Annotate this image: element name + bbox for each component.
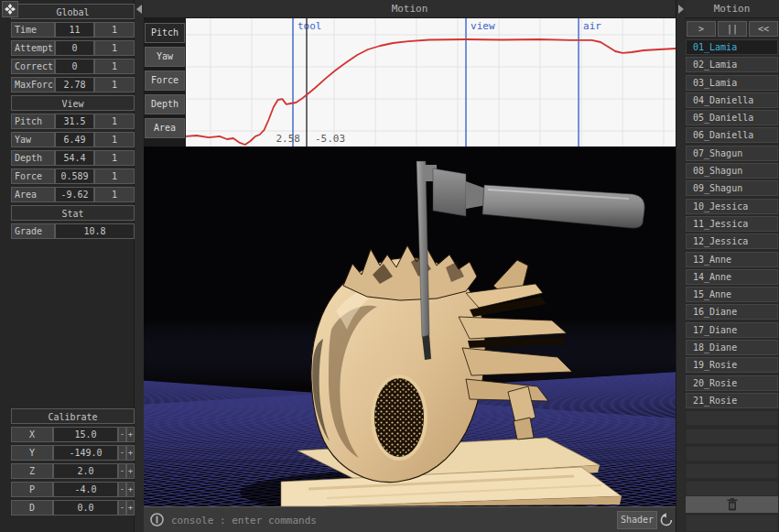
stat-label: Grade <box>11 223 55 239</box>
stat-flag: 1 <box>94 59 135 74</box>
increment-button[interactable]: + <box>126 463 135 479</box>
list-item[interactable]: 05_Daniella <box>686 110 778 125</box>
section-header-view: View <box>11 95 135 111</box>
stat-row: Area-9.621 <box>11 187 135 202</box>
decrement-button[interactable]: - <box>118 482 126 497</box>
stat-row: Grade10.8 <box>11 223 135 239</box>
list-item[interactable]: 21_Rosie <box>686 393 778 408</box>
collapse-right-icon[interactable] <box>678 5 684 14</box>
refresh-icon[interactable] <box>659 513 674 531</box>
stat-label: Pitch <box>11 114 55 129</box>
motion-clip-list: 01_Lamia 02_Lamia 03_Lamia 04_Daniella 0… <box>686 39 778 499</box>
list-item[interactable]: 14_Anne <box>686 269 778 285</box>
list-item[interactable]: 16_Diane <box>686 304 778 320</box>
stat-value: 11 <box>55 22 94 38</box>
left-panel-divider <box>135 0 144 532</box>
channel-tab-area[interactable]: Area <box>145 118 185 138</box>
list-item[interactable]: 15_Anne <box>686 287 778 302</box>
motion-chart[interactable]: toolviewair2.58-5.03 <box>186 18 676 147</box>
app-window: Global Time111 Attempt01 Correct01 MaxFo… <box>0 0 779 532</box>
stat-flag: 1 <box>94 187 135 202</box>
motion-panel-title: Motion <box>685 0 779 18</box>
increment-button[interactable]: + <box>126 482 135 497</box>
list-item[interactable]: 08_Shagun <box>686 163 778 179</box>
list-item[interactable]: 13_Anne <box>686 252 778 267</box>
power-icon[interactable] <box>149 512 165 531</box>
stat-flag: 1 <box>94 132 135 147</box>
empty-slot <box>686 481 778 496</box>
rewind-button[interactable]: << <box>749 21 778 37</box>
list-item[interactable]: 07_Shagun <box>686 146 778 161</box>
decrement-button[interactable]: - <box>118 500 126 516</box>
pause-button[interactable]: || <box>718 21 747 37</box>
calibrate-value[interactable]: -149.0 <box>53 445 118 461</box>
stat-label: Force <box>11 168 55 184</box>
list-item[interactable]: 12_Jessica <box>686 233 778 249</box>
list-item[interactable]: 10_Jessica <box>686 199 778 214</box>
collapse-left-icon[interactable] <box>136 5 142 14</box>
move-panel-button[interactable] <box>2 1 18 17</box>
list-item[interactable]: 18_Diane <box>686 340 778 355</box>
stat-row: MaxForce2.781 <box>11 77 135 92</box>
channel-tab-yaw[interactable]: Yaw <box>145 47 185 67</box>
list-item[interactable]: 11_Jessica <box>686 216 778 232</box>
calibrate-value[interactable]: -4.0 <box>53 482 118 497</box>
increment-button[interactable]: + <box>126 500 135 516</box>
increment-button[interactable]: + <box>126 445 135 461</box>
stat-row: Force0.5891 <box>11 168 135 184</box>
list-item[interactable]: 17_Diane <box>686 322 778 338</box>
calibrate-value[interactable]: 0.0 <box>53 500 118 516</box>
motion-sidebar: Motion > || << 01_Lamia 02_Lamia 03_Lami… <box>685 0 779 532</box>
list-item[interactable]: 06_Daniella <box>686 127 778 143</box>
list-item[interactable]: 04_Daniella <box>686 92 778 108</box>
svg-text:tool: tool <box>298 20 322 32</box>
list-item[interactable]: 09_Shagun <box>686 180 778 196</box>
calibrate-value[interactable]: 15.0 <box>53 427 118 442</box>
section-header-calibrate: Calibrate <box>11 408 135 424</box>
decrement-button[interactable]: - <box>118 445 126 461</box>
stat-label: MaxForce <box>11 77 55 92</box>
svg-text:-5.03: -5.03 <box>315 133 345 145</box>
increment-button[interactable]: + <box>126 427 135 442</box>
tool-coupling <box>433 168 466 216</box>
calibrate-label: Z <box>11 463 53 479</box>
grade-value: 10.8 <box>55 223 135 239</box>
empty-slot <box>686 429 778 444</box>
console-input[interactable] <box>169 511 572 529</box>
channel-tab-pitch[interactable]: Pitch <box>145 23 185 43</box>
stat-row: Depth54.41 <box>11 150 135 166</box>
list-item[interactable]: 03_Lamia <box>686 75 778 91</box>
calibrate-row: D0.0-+ <box>11 500 135 516</box>
list-item[interactable]: 01_Lamia <box>686 39 778 55</box>
chart-canvas: toolviewair2.58-5.03 <box>186 18 676 147</box>
list-item[interactable]: 02_Lamia <box>686 57 778 72</box>
channel-tab-depth[interactable]: Depth <box>145 94 185 114</box>
stat-flag: 1 <box>94 114 135 129</box>
calibrate-row: X15.0-+ <box>11 427 135 442</box>
channel-tab-force[interactable]: Force <box>145 71 185 91</box>
stat-row: Pitch31.51 <box>11 114 135 129</box>
list-item[interactable]: 19_Rosie <box>686 357 778 373</box>
decrement-button[interactable]: - <box>118 463 126 479</box>
calibrate-row: Y-149.0-+ <box>11 445 135 461</box>
stat-flag: 1 <box>94 168 135 184</box>
console-bar: Shader <box>144 506 676 532</box>
panel-title: Motion <box>144 0 676 18</box>
calibrate-label: X <box>11 427 53 442</box>
empty-slot <box>686 515 778 532</box>
svg-text:2.58: 2.58 <box>276 133 300 145</box>
stat-value: 0 <box>55 40 94 56</box>
calibrate-row: P-4.0-+ <box>11 482 135 497</box>
play-button[interactable]: > <box>687 21 716 37</box>
delete-clip-button[interactable] <box>686 496 778 513</box>
shader-button[interactable]: Shader <box>617 511 657 529</box>
empty-slot <box>686 446 778 461</box>
calibrate-value[interactable]: 2.0 <box>53 463 118 479</box>
stat-label: Time <box>11 22 55 38</box>
stat-label: Attempt <box>11 40 55 56</box>
trash-icon <box>727 498 738 511</box>
list-item[interactable]: 20_Rosie <box>686 375 778 391</box>
3d-viewport[interactable] <box>144 147 676 506</box>
decrement-button[interactable]: - <box>118 427 126 442</box>
title-bar: Motion <box>144 0 676 18</box>
